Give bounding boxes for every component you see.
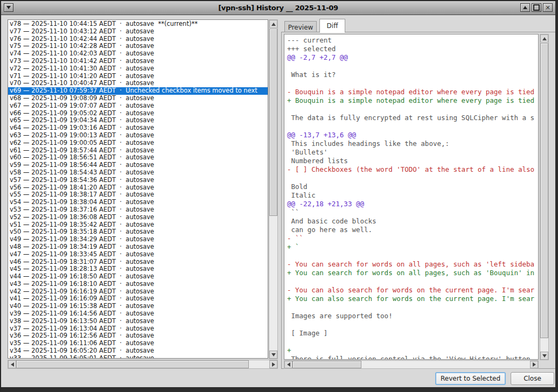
maximize-icon [533,4,540,11]
version-row[interactable]: v36 — 2025-11-09 16:12:56 AEDT · autosav… [8,332,268,340]
version-row[interactable]: v77 — 2025-11-10 10:43:12 AEDT · autosav… [8,28,268,36]
diff-line: - `` [287,234,538,243]
version-row[interactable]: v60 — 2025-11-09 18:56:51 AEDT · autosav… [8,154,268,162]
version-row[interactable]: v69 — 2025-11-10 07:59:37 AEDT · Uncheck… [8,87,268,95]
diff-vscroll-up-button[interactable] [540,34,548,43]
diff-line [287,79,538,88]
revert-to-selected-button[interactable]: Revert to Selected [435,372,506,385]
diff-line [287,320,538,329]
version-row[interactable]: v54 — 2025-11-09 18:38:04 AEDT · autosav… [8,199,268,206]
diff-line [287,277,538,286]
titlebar[interactable]: [vpn-ssh] History __ 2025-11-09 ✕ [1,1,555,15]
diff-line: - You can also search for words on the c… [287,286,538,295]
list-hscrollbar[interactable] [8,360,278,369]
list-vscroll-thumb[interactable] [269,29,277,216]
diff-line: Italic [287,191,538,200]
diff-hscroll-thumb[interactable] [292,361,361,368]
version-row[interactable]: v53 — 2025-11-09 18:37:16 AEDT · autosav… [8,206,268,214]
arrow-left-icon [11,362,14,367]
arrow-right-icon [272,362,275,367]
diff-line: There is full version control via the 'V… [287,355,538,360]
diff-vscroll-thumb[interactable] [540,43,548,338]
diff-line: @@ -22,18 +21,33 @@ [287,200,538,208]
diff-vscroll-down-button[interactable] [540,352,548,360]
arrow-up-icon [542,37,547,40]
arrow-left-icon [287,362,290,367]
version-row[interactable]: v76 — 2025-11-10 10:42:44 AEDT · autosav… [8,36,268,43]
version-row[interactable]: v57 — 2025-11-09 18:54:36 AEDT · autosav… [8,177,268,184]
version-row[interactable]: v44 — 2025-11-09 16:18:50 AEDT · autosav… [8,273,268,281]
version-row[interactable]: v41 — 2025-11-09 16:16:09 AEDT · autosav… [8,295,268,303]
maximize-button[interactable] [532,3,541,12]
close-icon: ✕ [545,5,550,11]
diff-line: --- current [287,36,538,45]
version-row[interactable]: v48 — 2025-11-09 18:34:19 AEDT · autosav… [8,243,268,251]
shade-icon [523,6,527,9]
diff-vscrollbar[interactable] [540,34,549,360]
diff-pane: --- current+++ selected@@ -2,7 +2,7 @@ W… [281,32,557,369]
version-row[interactable]: v75 — 2025-11-10 10:42:28 AEDT · autosav… [8,43,268,50]
version-row[interactable]: v73 — 2025-11-10 10:41:42 AEDT · autosav… [8,58,268,65]
version-row[interactable]: v37 — 2025-11-09 16:13:04 AEDT · autosav… [8,325,268,333]
version-row[interactable]: v47 — 2025-11-09 18:33:45 AEDT · autosav… [8,251,268,258]
close-button[interactable]: Close [511,372,554,385]
version-row[interactable]: v58 — 2025-11-09 18:54:43 AEDT · autosav… [8,169,268,177]
version-row[interactable]: v43 — 2025-11-09 16:18:10 AEDT · autosav… [8,281,268,288]
version-row[interactable]: v39 — 2025-11-09 16:14:56 AEDT · autosav… [8,310,268,318]
version-row[interactable]: v68 — 2025-11-09 19:08:09 AEDT · autosav… [8,95,268,102]
version-row[interactable]: v35 — 2025-11-09 16:11:06 AEDT · autosav… [8,340,268,347]
shade-button[interactable] [520,3,530,12]
diff-hscroll-left-button[interactable] [284,361,292,368]
version-row[interactable]: v66 — 2025-11-09 19:05:02 AEDT · autosav… [8,110,268,117]
diff-line [287,105,538,114]
version-row[interactable]: v72 — 2025-11-10 10:41:30 AEDT · autosav… [8,65,268,73]
version-row[interactable]: v61 — 2025-11-09 18:57:44 AEDT · autosav… [8,147,268,155]
version-row[interactable]: v33 — 2025-11-09 16:05:01 AEDT · autosav… [8,355,268,359]
tab-preview[interactable]: Preview [284,21,317,33]
diff-hscrollbar[interactable] [284,360,539,369]
version-row[interactable]: v63 — 2025-11-09 19:00:13 AEDT · autosav… [8,132,268,139]
diff-text-area[interactable]: --- current+++ selected@@ -2,7 +2,7 @@ W… [284,34,539,360]
diff-line: @@ -2,7 +2,7 @@ [287,53,538,62]
version-row[interactable]: v38 — 2025-11-09 16:13:50 AEDT · autosav… [8,318,268,325]
diff-line: @@ -13,7 +13,6 @@ [287,131,538,139]
version-row[interactable]: v71 — 2025-11-10 10:41:20 AEDT · autosav… [8,73,268,80]
diff-line: + [287,346,538,355]
list-vscrollbar[interactable] [269,19,278,359]
diff-line: [ Image ] [287,329,538,338]
version-row[interactable]: v49 — 2025-11-09 18:34:29 AEDT · autosav… [8,236,268,243]
version-row[interactable]: v52 — 2025-11-09 18:36:08 AEDT · autosav… [8,214,268,221]
diff-line: What is it? [287,71,538,79]
list-vscroll-down-button[interactable] [269,351,277,359]
close-window-button[interactable]: ✕ [543,3,553,12]
version-row[interactable]: v78 — 2025-11-10 10:44:15 AEDT · autosav… [8,20,268,28]
version-row[interactable]: v45 — 2025-11-09 18:28:13 AEDT · autosav… [8,265,268,273]
list-hscroll-left-button[interactable] [8,360,16,368]
diff-line: - Bouquin is a simple notepad editor whe… [287,88,538,96]
version-row[interactable]: v67 — 2025-11-09 19:07:07 AEDT · autosav… [8,102,268,110]
version-row[interactable]: v56 — 2025-11-09 18:41:20 AEDT · autosav… [8,184,268,192]
version-row[interactable]: v59 — 2025-11-09 18:56:44 AEDT · autosav… [8,162,268,169]
version-row[interactable]: v40 — 2025-11-09 16:15:38 AEDT · autosav… [8,303,268,310]
version-row[interactable]: v65 — 2025-11-09 19:04:34 AEDT · autosav… [8,117,268,124]
diff-line: - [ ] Checkboxes (the word 'TODO' at the… [287,165,538,174]
version-row[interactable]: v62 — 2025-11-09 19:00:05 AEDT · autosav… [8,139,268,147]
arrow-down-icon [271,353,276,356]
tab-diff[interactable]: Diff [319,19,345,33]
version-row[interactable]: v34 — 2025-11-09 16:05:20 AEDT · autosav… [8,347,268,355]
list-hscroll-thumb[interactable] [16,360,249,368]
version-row[interactable]: v46 — 2025-11-09 18:31:07 AEDT · autosav… [8,258,268,266]
version-row[interactable]: v50 — 2025-11-09 18:35:18 AEDT · autosav… [8,228,268,236]
version-row[interactable]: v70 — 2025-11-10 10:40:47 AEDT · autosav… [8,80,268,87]
version-row[interactable]: v55 — 2025-11-09 18:38:17 AEDT · autosav… [8,191,268,199]
list-vscroll-up-button[interactable] [269,20,277,28]
version-history-list[interactable]: v78 — 2025-11-10 10:44:15 AEDT · autosav… [8,19,268,359]
version-row[interactable]: v64 — 2025-11-09 19:03:16 AEDT · autosav… [8,124,268,132]
list-hscroll-right-button[interactable] [269,360,277,368]
version-row[interactable]: v74 — 2025-11-10 10:42:03 AEDT · autosav… [8,50,268,58]
version-row[interactable]: v42 — 2025-11-09 16:16:19 AEDT · autosav… [8,288,268,296]
diff-line: Images are supported too! [287,312,538,320]
arrow-right-icon [533,362,536,367]
diff-hscroll-right-button[interactable] [530,361,538,368]
version-row[interactable]: v51 — 2025-11-09 18:35:42 AEDT · autosav… [8,221,268,229]
